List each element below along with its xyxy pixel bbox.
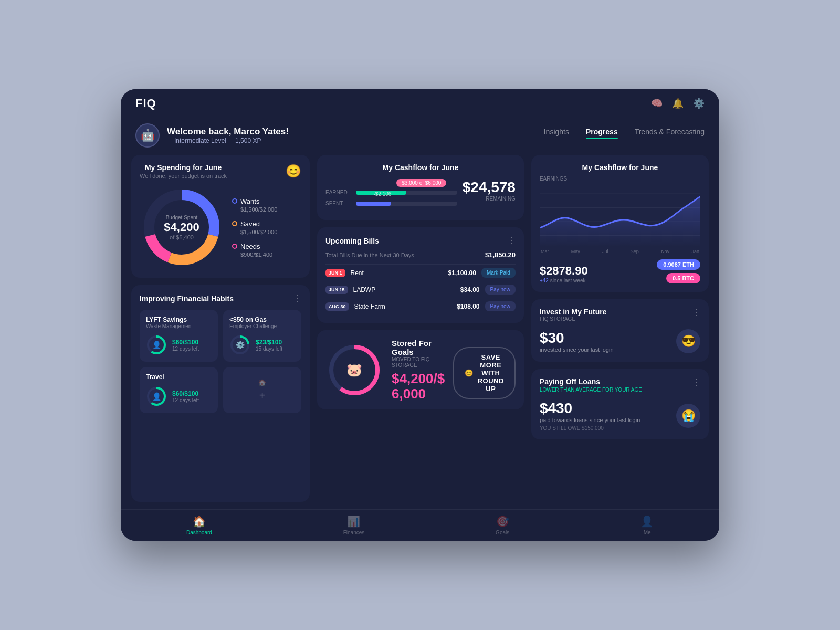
settings-icon[interactable]: ⚙️ [693,98,705,109]
loans-title: Paying Off Loans [540,377,642,386]
goals-donut: 🐷 [326,341,383,399]
chart-x-axis: Mar May Jul Sep Nov Jan [540,249,700,254]
avatar: 🤖 [135,123,160,148]
brain-icon[interactable]: 🧠 [651,98,663,109]
nav-goals[interactable]: 🎯 Goals [496,515,509,536]
goals-info: Stored For Goals MOVED TO FIQ STORAGE $4… [392,339,445,401]
bill-date-1: JUN 1 [326,269,345,277]
bill-btn-2[interactable]: Pay now [485,285,516,295]
legend-needs: Needs $900/$1,400 [232,243,277,258]
habit-travel-circle: 👤 [146,386,167,407]
bell-icon[interactable]: 🔔 [672,98,684,109]
loans-menu[interactable]: ⋮ [692,377,700,393]
loans-owe: YOU STILL OWE $150,000 [540,425,640,431]
bill-date-2: JUN 15 [326,286,348,294]
earned-label: EARNED [326,190,351,195]
goals-moved: MOVED TO FIQ STORAGE [392,356,445,368]
bill-amount-2: $34.00 [460,286,480,293]
bills-card: Upcoming Bills ⋮ Total Bills Due in the … [317,227,524,323]
bills-total-label: Total Bills Due in the Next 30 Days [326,252,414,258]
finances-icon: 📊 [347,515,360,528]
donut-amount: $4,200 [164,220,199,234]
bill-btn-3[interactable]: Pay now [485,301,516,311]
donut-of: of $5,400 [164,234,199,240]
saved-dot [232,221,237,226]
invest-title: Invest in My Future [540,308,607,316]
invest-card: Invest in My Future FIQ STORAGE ⋮ $30 in… [531,299,709,362]
habit-gas: <$50 on Gas Employer Challenge ⚙️ [223,310,301,362]
cashflow-right: $24,578 REMAINING [463,179,516,202]
user-bar: 🤖 Welcome back, Marco Yates! Intermediat… [121,118,719,148]
wants-value: $1,500/$2,000 [240,206,277,213]
spent-bar-wrap: -$2,106 [356,202,457,206]
bills-total-row: Total Bills Due in the Next 30 Days $1,8… [326,251,516,259]
invest-header: Invest in My Future FIQ STORAGE ⋮ [540,308,700,322]
needs-dot [232,244,237,249]
habit-travel: Travel 👤 $60/$100 [140,367,218,413]
goals-title: Stored For Goals [392,339,445,356]
bill-date-3: AUG 30 [326,302,349,311]
round-up-button[interactable]: 😊 SAVE MORE WITH ROUND UP [453,347,516,399]
spending-legend: Wants $1,500/$2,000 Saved $1,500/$2,000 [232,197,277,258]
bill-row-3: AUG 30 State Farm $108.00 Pay now [326,298,516,314]
finances-label: Finances [343,530,365,536]
loans-header: Paying Off Loans LOWER THAN AVERAGE FOR … [540,377,700,393]
goals-label: Goals [496,530,509,536]
loans-body: $430 paid towards loans since your last … [540,400,700,431]
tab-trends[interactable]: Trends & Forecasting [635,128,705,139]
invest-amount: $30 [540,330,614,346]
habits-menu[interactable]: ⋮ [293,293,301,303]
goals-amount: $4,200/$6,000 [392,371,445,401]
tab-insights[interactable]: Insights [544,128,569,139]
bill-amount-1: $1,100.00 [448,269,476,277]
legend-wants: Wants $1,500/$2,000 [232,197,277,213]
invest-body: $30 invested since your last login 😎 [540,329,700,353]
donut-label: Budget Spent [164,215,199,220]
bill-row-2: JUN 15 LADWP $34.00 Pay now [326,281,516,298]
nav-me[interactable]: 👤 Me [640,515,654,536]
invest-menu[interactable]: ⋮ [692,308,700,322]
habits-grid: LYFT Savings Waste Management 👤 [140,310,301,413]
spent-bar: -$2,106 [356,202,391,206]
add-plus-icon[interactable]: + [259,390,266,402]
header-icons: 🧠 🔔 ⚙️ [651,98,705,109]
crypto-tags: 0.9087 ETH 0.5 BTC [657,259,700,284]
wants-dot [232,198,237,204]
bill-name-3: State Farm [354,303,452,310]
round-up-emoji: 😊 [465,369,474,377]
needs-value: $900/$1,400 [240,251,277,258]
spending-donut: Budget Spent $4,200 of $5,400 [140,185,224,269]
nav-dashboard[interactable]: 🏠 Dashboard [186,515,212,536]
donut-center: Budget Spent $4,200 of $5,400 [164,215,199,240]
bills-title: Upcoming Bills [326,237,379,245]
habit-lyft: LYFT Savings Waste Management 👤 [140,310,218,362]
earned-bar-wrap: $3,000 of $6,000 [356,191,457,195]
tab-progress[interactable]: Progress [586,128,618,139]
invest-emoji: 😎 [676,329,700,353]
spent-tag: -$2,106 [374,191,392,197]
user-name: Welcome back, Marco Yates! [167,127,289,137]
bills-menu[interactable]: ⋮ [507,236,516,246]
spending-subtitle: Well done, your budget is on track [140,173,227,179]
round-up-label: SAVE MORE WITH ROUND UP [478,353,504,393]
bill-btn-1[interactable]: Mark Paid [481,268,516,278]
habit-add[interactable]: 🏠 + [223,367,301,413]
saved-value: $1,500/$2,000 [240,229,277,235]
spent-label: SPENT [326,201,351,206]
user-xp: 1,500 XP [235,137,261,144]
bill-name-1: Rent [351,269,443,277]
mid-column: My Cashflow for June EARNED $3,000 of $6… [317,155,524,502]
nav-finances[interactable]: 📊 Finances [343,515,365,536]
legend-saved: Saved $1,500/$2,000 [232,220,277,235]
chart-amount: $2878.90 [540,264,588,278]
spending-title: My Spending for June [140,163,227,172]
user-level: Intermediate Level [174,137,226,144]
dashboard-icon: 🏠 [193,515,206,528]
habits-title: Improving Financial Habits [140,295,234,303]
me-label: Me [644,530,651,536]
right-column: My Cashflow for June EARNINGS [531,155,709,502]
earnings-label: EARNINGS [540,176,700,182]
loans-card: Paying Off Loans LOWER THAN AVERAGE FOR … [531,369,709,439]
chart-card: My Cashflow for June EARNINGS [531,155,709,292]
btc-tag: 0.5 BTC [666,273,700,284]
